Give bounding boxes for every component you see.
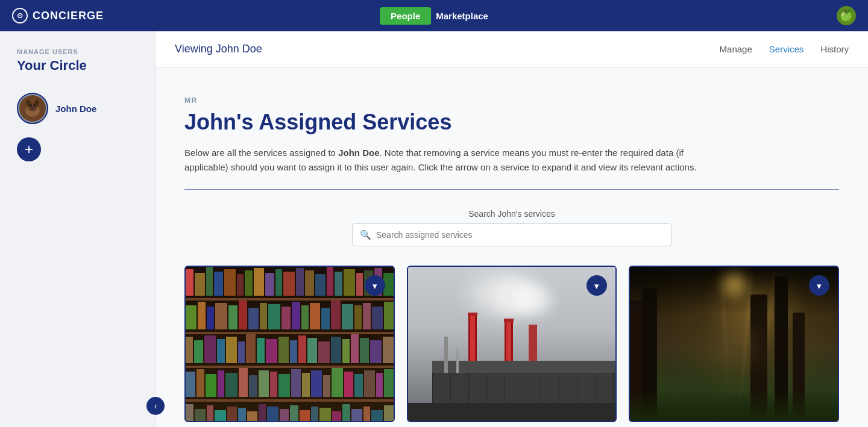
divider [184,189,839,190]
svg-point-5 [30,104,32,107]
search-section: Search John's services 🔍 [184,209,839,246]
chevron-down-icon: ▾ [373,281,377,290]
service-card-forest[interactable]: ▾ [629,266,839,422]
forest-image [630,267,838,421]
antenna [444,337,448,373]
sub-header-nav: Manage Services History [720,44,849,54]
chevron-down-icon-2: ▾ [594,281,599,290]
user-avatar-top[interactable]: 🍏 [837,6,856,25]
services-grid: ▾ [184,266,839,422]
svg-point-6 [33,104,36,107]
logo-icon: ⊙ [12,8,28,23]
sun-glow [722,273,746,297]
top-nav-center: People Marketplace [380,7,488,25]
sidebar-collapse-button[interactable]: ‹ [146,397,165,415]
description-part1: Below are all the services assigned to [184,148,338,158]
ground-foliage [630,391,838,421]
sidebar-user-name: John Doe [55,104,96,114]
bookshelf-bg [186,267,394,421]
section-label: MR [184,96,839,105]
page-heading: John's Assigned Services [184,110,839,135]
top-navigation: ⊙ CONCIERGE People Marketplace 🍏 [0,0,868,31]
page-description: Below are all the services assigned to J… [184,146,727,175]
add-user-button[interactable]: + [17,137,41,161]
antenna-2 [456,349,459,373]
search-label: Search John's services [468,209,555,219]
description-bold: John Doe [338,148,379,158]
search-icon: 🔍 [360,229,371,240]
chevron-down-icon-3: ▾ [817,281,822,290]
service-card-industrial[interactable]: ▾ [407,266,617,422]
sub-header: Viewing John Doe Manage Services History [156,31,868,67]
manage-users-label: MANAGE USERS [17,48,143,55]
people-nav-button[interactable]: People [380,7,431,25]
sidebar-user-item[interactable]: John Doe [17,93,143,124]
app-logo: ⊙ CONCIERGE [12,8,104,23]
service-card-expand-3[interactable]: ▾ [809,275,829,296]
marketplace-nav-button[interactable]: Marketplace [436,11,488,21]
tab-services[interactable]: Services [769,44,804,54]
plus-icon: + [25,142,33,157]
industrial-image [408,267,616,421]
shelf-row-5 [186,402,394,421]
app-name: CONCIERGE [33,10,104,22]
shelf-row-3 [186,334,394,366]
library-image [186,267,394,421]
chevron-left-icon: ‹ [154,401,157,411]
sidebar-title: Your Circle [17,58,143,73]
service-card-library[interactable]: ▾ [184,266,395,422]
svg-point-8 [31,107,34,110]
smoke-3 [517,285,553,315]
viewing-label: Viewing John Doe [175,43,262,55]
user-avatar-sidebar [17,93,48,124]
service-card-expand-1[interactable]: ▾ [365,275,385,296]
tab-manage[interactable]: Manage [720,44,752,54]
tab-history[interactable]: History [820,44,849,54]
sidebar: MANAGE USERS Your Circle John Doe [0,31,156,427]
shelf-row-1 [186,267,394,298]
page-body: MR John's Assigned Services Below are al… [156,67,868,427]
shelf-row-4 [186,368,394,399]
ground [408,403,616,421]
search-input[interactable] [376,224,664,246]
shelf-row-2 [186,301,394,332]
main-content: Viewing John Doe Manage Services History… [156,31,868,427]
main-layout: MANAGE USERS Your Circle John Doe [0,31,868,427]
dog-avatar-icon [19,95,46,122]
search-box: 🔍 [352,223,671,246]
